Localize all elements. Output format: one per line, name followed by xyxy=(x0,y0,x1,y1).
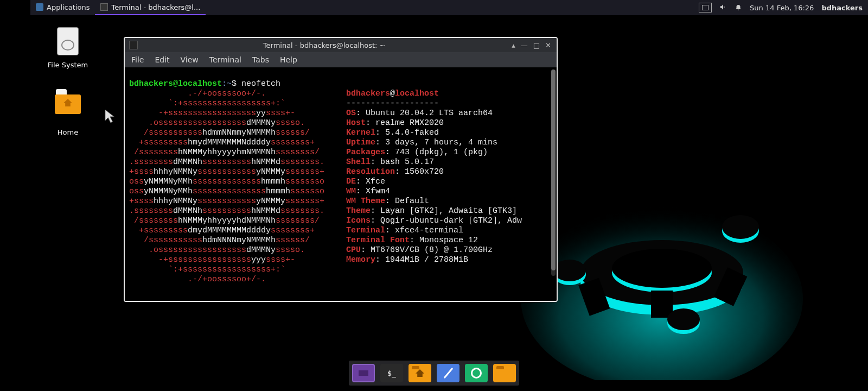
desktop-icon-label: File System xyxy=(38,61,98,69)
cursor-icon xyxy=(104,109,116,124)
top-panel: Applications Terminal - bdhackers@l... S… xyxy=(30,0,868,15)
applications-label: Applications xyxy=(47,3,90,11)
prompt-cwd: :~ xyxy=(222,79,232,89)
dock-item-files-home[interactable] xyxy=(409,364,431,382)
desktop-icon-filesystem[interactable]: File System xyxy=(38,27,98,69)
screenshot-tray-icon[interactable] xyxy=(699,3,712,12)
menu-view[interactable]: View xyxy=(181,55,199,64)
volume-icon[interactable] xyxy=(719,3,727,12)
svg-point-0 xyxy=(521,206,803,380)
dock-item-files[interactable] xyxy=(493,364,516,382)
svg-point-3 xyxy=(612,253,712,292)
clock[interactable]: Sun 14 Feb, 16:26 xyxy=(750,4,814,12)
svg-point-8 xyxy=(722,219,759,243)
dock-item-terminal[interactable]: $_ xyxy=(380,364,403,382)
dock-item-search[interactable] xyxy=(465,364,488,382)
notification-icon[interactable] xyxy=(735,3,742,12)
svg-point-2 xyxy=(580,240,743,305)
menu-help[interactable]: Help xyxy=(280,55,297,64)
neofetch-ascii: .-/+oossssoo+/-. `:+ssssssssssssssssss+:… xyxy=(129,89,346,285)
svg-rect-7 xyxy=(651,291,673,318)
desktop-icon-home[interactable]: Home xyxy=(38,87,98,136)
menu-file[interactable]: File xyxy=(131,55,144,64)
menu-edit[interactable]: Edit xyxy=(155,55,169,64)
system-tray: Sun 14 Feb, 16:26 bdhackers xyxy=(699,0,868,15)
prompt-sigil: $ xyxy=(232,79,237,89)
svg-point-13 xyxy=(667,308,700,330)
user-label[interactable]: bdhackers xyxy=(821,4,863,12)
prompt-user-host: bdhackers@localhost xyxy=(129,79,222,89)
window-titlebar[interactable]: Terminal - bdhackers@localhost: ~ ▴ — □ … xyxy=(125,38,557,52)
menu-terminal[interactable]: Terminal xyxy=(209,55,241,64)
svg-point-9 xyxy=(722,215,759,239)
neofetch-info: bdhackers@localhost ------------------- … xyxy=(346,89,552,285)
svg-point-1 xyxy=(580,250,743,315)
dock-item-desktop[interactable] xyxy=(352,364,375,382)
home-folder-icon xyxy=(55,94,81,114)
rollup-button[interactable]: ▴ xyxy=(512,41,515,49)
svg-point-10 xyxy=(553,263,586,285)
scrollbar[interactable] xyxy=(551,70,556,276)
terminal-body[interactable]: bdhackers@localhost:~$ neofetch .-/+ooss… xyxy=(125,67,557,301)
dock: $_ xyxy=(349,361,519,386)
menu-bar: File Edit View Terminal Tabs Help xyxy=(125,52,557,67)
maximize-button[interactable]: □ xyxy=(533,41,540,49)
desktop-icon-label: Home xyxy=(38,128,98,136)
window-title: Terminal - bdhackers@localhost: ~ xyxy=(142,41,506,49)
taskbar-item-terminal[interactable]: Terminal - bdhackers@l... xyxy=(95,0,206,15)
minimize-button[interactable]: — xyxy=(521,41,528,49)
applications-icon xyxy=(36,3,43,11)
command-text: neofetch xyxy=(241,79,280,89)
taskbar-item-label: Terminal - bdhackers@l... xyxy=(111,3,200,11)
terminal-icon xyxy=(100,3,108,11)
window-app-icon xyxy=(129,41,138,49)
terminal-window: Terminal - bdhackers@localhost: ~ ▴ — □ … xyxy=(124,37,558,302)
applications-menu[interactable]: Applications xyxy=(30,0,95,15)
svg-rect-6 xyxy=(714,267,748,306)
svg-point-4 xyxy=(612,249,712,288)
svg-point-12 xyxy=(667,312,700,334)
menu-tabs[interactable]: Tabs xyxy=(252,55,269,64)
dock-item-browser[interactable] xyxy=(437,364,459,382)
drive-icon xyxy=(57,27,79,55)
close-button[interactable]: ✕ xyxy=(545,41,551,49)
wallpaper-logo xyxy=(521,152,803,380)
svg-point-11 xyxy=(553,260,586,281)
svg-rect-5 xyxy=(578,278,610,316)
